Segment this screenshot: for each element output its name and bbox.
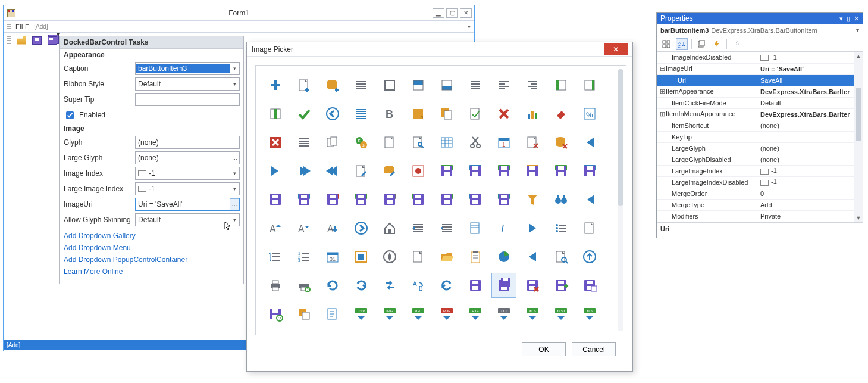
properties-object-dropdown-icon[interactable]: ▾ (856, 27, 859, 33)
icon-sendcsv[interactable]: CSV (349, 301, 374, 326)
large-image-index-select[interactable]: -1 ▾ (135, 182, 240, 195)
icon-table[interactable] (434, 130, 459, 155)
icon-exportxlsx[interactable]: XLSX (434, 187, 459, 212)
icon-print[interactable] (263, 273, 288, 298)
icon-script[interactable] (320, 301, 345, 326)
icon-apply[interactable] (292, 101, 317, 126)
icon-insertpage[interactable] (463, 216, 488, 241)
prop-row-largeimageindexdisabled[interactable]: LargeImageIndexDisabled-1 (657, 176, 863, 188)
icon-exportcsv[interactable]: CSV (434, 158, 459, 183)
property-pages-button[interactable] (695, 38, 707, 50)
properties-scrollbar-thumb[interactable] (856, 88, 861, 141)
icon-alignleft[interactable] (491, 73, 516, 98)
icon-binoculars[interactable] (549, 187, 574, 212)
icon-italic[interactable]: I (491, 216, 516, 241)
add-dropdown-gallery-link[interactable]: Add Dropdown Gallery (64, 230, 240, 242)
icon-notecheck[interactable] (463, 101, 488, 126)
icon-sendxls2[interactable]: XLS (577, 301, 602, 326)
icon-back[interactable] (320, 101, 345, 126)
properties-object-selector[interactable]: barButtonItem3 DevExpress.XtraBars.BarBu… (657, 24, 863, 36)
prop-row-imageuri[interactable]: ⊟ImageUriUri = 'SaveAll' (657, 63, 863, 74)
icon-exportxml2[interactable]: XML (463, 187, 488, 212)
icon-sendtxt[interactable]: TXT (491, 301, 516, 326)
caption-input[interactable]: barButtonItem3 ▾ (135, 62, 240, 75)
icon-replace[interactable] (377, 273, 402, 298)
icon-close[interactable] (491, 101, 516, 126)
icon-month[interactable]: 31 (320, 244, 345, 269)
icon-saveprompt[interactable]: ? (263, 301, 288, 326)
icon-home[interactable] (377, 216, 402, 241)
icon-exportdoc[interactable]: DOC (463, 158, 488, 183)
menubar-add-hint[interactable]: [Add] (34, 23, 48, 30)
prop-row-iteminmenuappearance[interactable]: ⊞ItemInMenuAppearanceDevExpress.XtraBars… (657, 108, 863, 120)
icon-bulletlist[interactable] (549, 216, 574, 241)
icon-refresh[interactable] (320, 273, 345, 298)
icon-add[interactable] (263, 73, 288, 98)
cancel-button[interactable]: Cancel (572, 342, 616, 356)
icon-sendimg[interactable]: IMG (377, 301, 402, 326)
picker-scrollbar-thumb[interactable] (618, 69, 623, 206)
imageuri-input[interactable]: Uri = 'SaveAll' … (135, 198, 240, 211)
icon-aligncenter[interactable] (349, 73, 374, 98)
prop-row-modifiers[interactable]: ModifiersPrivate (657, 210, 863, 222)
icon-indentinc[interactable] (406, 216, 431, 241)
icon-exportxml[interactable]: XML (577, 158, 602, 183)
icon-newpage[interactable] (406, 244, 431, 269)
icon-save[interactable] (463, 273, 488, 298)
icon-sendrtf[interactable]: RTF (463, 301, 488, 326)
icon-exportmht[interactable]: MHT (263, 187, 288, 212)
properties-scrollbar[interactable]: ▲ ▼ (854, 52, 863, 222)
icon-piechart[interactable] (491, 244, 516, 269)
icon-paragraph[interactable] (349, 101, 374, 126)
allow-glyph-skinning-dropdown-icon[interactable]: ▾ (230, 214, 239, 226)
icon-saveclose[interactable] (520, 273, 545, 298)
large-image-index-dropdown-icon[interactable]: ▾ (230, 183, 239, 195)
icon-editpage[interactable] (349, 158, 374, 183)
icon-borderinside[interactable] (263, 101, 288, 126)
enabled-checkbox[interactable] (66, 111, 74, 119)
icon-numberedlist[interactable]: 123 (292, 244, 317, 269)
glyph-input[interactable]: (none) … (135, 136, 240, 149)
image-index-select[interactable]: -1 ▾ (135, 167, 240, 180)
icon-exporttxt[interactable]: TXT (377, 187, 402, 212)
events-button[interactable] (711, 38, 723, 50)
icon-redo[interactable] (349, 273, 374, 298)
menubar-chevron-down-icon[interactable]: ▾ (468, 23, 471, 30)
properties-pin-icon[interactable]: ▯ (847, 15, 850, 23)
icon-borderright[interactable] (577, 73, 602, 98)
icon-rewind[interactable] (320, 158, 345, 183)
icon-exportimg[interactable]: IMG (549, 158, 574, 183)
caption-dropdown-icon[interactable]: ▾ (230, 63, 239, 74)
icon-saveall[interactable] (491, 273, 516, 298)
icon-forward[interactable] (349, 216, 374, 241)
properties-close-icon[interactable]: ✕ (854, 15, 859, 23)
icon-savelayout[interactable] (577, 273, 602, 298)
prop-row-itemshortcut[interactable]: ItemShortcut(none) (657, 120, 863, 131)
icon-sendpdf[interactable]: PDF (434, 301, 459, 326)
icon-playprev[interactable] (520, 244, 545, 269)
prop-row-largeglyphdisabled[interactable]: LargeGlyphDisabled(none) (657, 154, 863, 165)
saveall-icon[interactable] (48, 36, 57, 45)
icon-copy[interactable] (434, 101, 459, 126)
ribbon-style-select[interactable]: Default ▾ (135, 77, 240, 91)
imageuri-ellipsis-icon[interactable]: … (230, 198, 239, 210)
icon-clipboard[interactable] (463, 244, 488, 269)
icon-skipfirst[interactable] (577, 130, 602, 155)
icon-sendxlsx[interactable]: XLSX (549, 301, 574, 326)
prop-row-largeglyph[interactable]: LargeGlyph(none) (657, 142, 863, 154)
icon-pagewrench[interactable] (406, 130, 431, 155)
icon-exportodt[interactable]: ODT (292, 187, 317, 212)
icon-page[interactable] (377, 130, 402, 155)
icon-exporthtml[interactable]: HTM (520, 158, 545, 183)
icon-replaceab[interactable]: AB (406, 273, 431, 298)
scrollbar-up-icon[interactable]: ▲ (854, 52, 863, 60)
icon-filter[interactable] (520, 187, 545, 212)
icon-currency[interactable]: €$ (349, 130, 374, 155)
categorized-button[interactable] (660, 38, 672, 50)
scrollbar-down-icon[interactable]: ▼ (854, 214, 863, 222)
icon-editdb[interactable] (377, 158, 402, 183)
icon-exportrtf[interactable]: RTF (349, 187, 374, 212)
icon-alignright[interactable] (520, 73, 545, 98)
form1-titlebar[interactable]: Form1 ▁ ▢ ✕ (4, 5, 474, 21)
properties-dropdown-icon[interactable]: ▾ (839, 15, 843, 23)
